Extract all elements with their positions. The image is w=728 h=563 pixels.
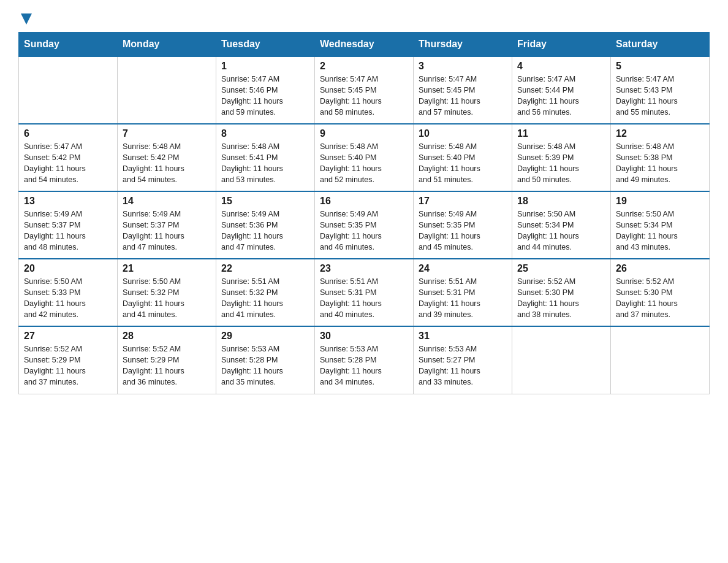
day-info: Sunrise: 5:47 AMSunset: 5:46 PMDaylight:… (221, 74, 309, 118)
day-number: 21 (123, 263, 211, 274)
calendar-cell: 18Sunrise: 5:50 AMSunset: 5:34 PMDayligh… (512, 191, 611, 259)
logo-arrow-icon (20, 12, 33, 26)
day-number: 14 (123, 196, 211, 207)
calendar-cell: 29Sunrise: 5:53 AMSunset: 5:28 PMDayligh… (216, 326, 315, 394)
calendar-cell: 8Sunrise: 5:48 AMSunset: 5:41 PMDaylight… (216, 124, 315, 191)
calendar-cell (19, 56, 118, 124)
day-number: 6 (24, 128, 112, 139)
day-number: 18 (517, 196, 605, 207)
day-number: 31 (419, 331, 507, 342)
day-number: 15 (221, 196, 309, 207)
day-number: 24 (419, 263, 507, 274)
day-info: Sunrise: 5:50 AMSunset: 5:34 PMDaylight:… (517, 209, 605, 253)
day-info: Sunrise: 5:50 AMSunset: 5:34 PMDaylight:… (616, 209, 704, 253)
calendar-cell: 3Sunrise: 5:47 AMSunset: 5:45 PMDaylight… (414, 56, 512, 124)
day-of-week-header: Thursday (414, 33, 512, 57)
day-number: 23 (320, 263, 408, 274)
calendar-cell: 9Sunrise: 5:48 AMSunset: 5:40 PMDaylight… (315, 124, 414, 191)
day-number: 4 (517, 61, 605, 72)
day-info: Sunrise: 5:52 AMSunset: 5:30 PMDaylight:… (517, 276, 605, 321)
day-of-week-header: Friday (512, 33, 611, 57)
day-info: Sunrise: 5:52 AMSunset: 5:29 PMDaylight:… (123, 343, 211, 388)
calendar-cell: 16Sunrise: 5:49 AMSunset: 5:35 PMDayligh… (315, 191, 414, 259)
calendar-cell: 21Sunrise: 5:50 AMSunset: 5:32 PMDayligh… (118, 259, 216, 326)
calendar-cell: 20Sunrise: 5:50 AMSunset: 5:33 PMDayligh… (19, 259, 118, 326)
day-info: Sunrise: 5:49 AMSunset: 5:35 PMDaylight:… (419, 209, 507, 253)
day-info: Sunrise: 5:52 AMSunset: 5:30 PMDaylight:… (616, 276, 704, 321)
calendar-cell: 7Sunrise: 5:48 AMSunset: 5:42 PMDaylight… (118, 124, 216, 191)
day-of-week-header: Monday (118, 33, 216, 57)
day-number: 10 (419, 128, 507, 139)
calendar-cell: 25Sunrise: 5:52 AMSunset: 5:30 PMDayligh… (512, 259, 611, 326)
logo (18, 12, 33, 26)
page-header (18, 12, 710, 26)
day-info: Sunrise: 5:49 AMSunset: 5:36 PMDaylight:… (221, 209, 309, 253)
day-number: 20 (24, 263, 112, 274)
calendar-table: SundayMondayTuesdayWednesdayThursdayFrid… (18, 32, 710, 394)
day-info: Sunrise: 5:49 AMSunset: 5:35 PMDaylight:… (320, 209, 408, 253)
day-info: Sunrise: 5:47 AMSunset: 5:44 PMDaylight:… (517, 74, 605, 118)
calendar-cell (512, 326, 611, 394)
calendar-cell: 31Sunrise: 5:53 AMSunset: 5:27 PMDayligh… (414, 326, 512, 394)
day-info: Sunrise: 5:47 AMSunset: 5:45 PMDaylight:… (320, 74, 408, 118)
day-number: 9 (320, 128, 408, 139)
week-row: 6Sunrise: 5:47 AMSunset: 5:42 PMDaylight… (19, 124, 710, 191)
day-of-week-header: Wednesday (315, 33, 414, 57)
day-info: Sunrise: 5:53 AMSunset: 5:28 PMDaylight:… (320, 343, 408, 388)
week-row: 27Sunrise: 5:52 AMSunset: 5:29 PMDayligh… (19, 326, 710, 394)
day-info: Sunrise: 5:48 AMSunset: 5:38 PMDaylight:… (616, 141, 704, 186)
calendar-cell: 28Sunrise: 5:52 AMSunset: 5:29 PMDayligh… (118, 326, 216, 394)
day-number: 19 (616, 196, 704, 207)
calendar-cell: 4Sunrise: 5:47 AMSunset: 5:44 PMDaylight… (512, 56, 611, 124)
calendar-cell: 17Sunrise: 5:49 AMSunset: 5:35 PMDayligh… (414, 191, 512, 259)
calendar-cell: 6Sunrise: 5:47 AMSunset: 5:42 PMDaylight… (19, 124, 118, 191)
day-info: Sunrise: 5:48 AMSunset: 5:40 PMDaylight:… (419, 141, 507, 186)
calendar-cell: 13Sunrise: 5:49 AMSunset: 5:37 PMDayligh… (19, 191, 118, 259)
header-row: SundayMondayTuesdayWednesdayThursdayFrid… (19, 33, 710, 57)
day-of-week-header: Saturday (611, 33, 710, 57)
day-info: Sunrise: 5:48 AMSunset: 5:40 PMDaylight:… (320, 141, 408, 186)
calendar-cell: 14Sunrise: 5:49 AMSunset: 5:37 PMDayligh… (118, 191, 216, 259)
day-info: Sunrise: 5:51 AMSunset: 5:31 PMDaylight:… (320, 276, 408, 321)
day-of-week-header: Tuesday (216, 33, 315, 57)
day-number: 26 (616, 263, 704, 274)
calendar-cell: 30Sunrise: 5:53 AMSunset: 5:28 PMDayligh… (315, 326, 414, 394)
calendar-cell: 12Sunrise: 5:48 AMSunset: 5:38 PMDayligh… (611, 124, 710, 191)
day-number: 12 (616, 128, 704, 139)
day-number: 11 (517, 128, 605, 139)
calendar-cell: 10Sunrise: 5:48 AMSunset: 5:40 PMDayligh… (414, 124, 512, 191)
calendar-cell: 1Sunrise: 5:47 AMSunset: 5:46 PMDaylight… (216, 56, 315, 124)
day-number: 1 (221, 61, 309, 72)
day-info: Sunrise: 5:53 AMSunset: 5:27 PMDaylight:… (419, 343, 507, 388)
calendar-cell: 19Sunrise: 5:50 AMSunset: 5:34 PMDayligh… (611, 191, 710, 259)
calendar-cell: 24Sunrise: 5:51 AMSunset: 5:31 PMDayligh… (414, 259, 512, 326)
day-number: 5 (616, 61, 704, 72)
calendar-cell: 23Sunrise: 5:51 AMSunset: 5:31 PMDayligh… (315, 259, 414, 326)
calendar-cell: 15Sunrise: 5:49 AMSunset: 5:36 PMDayligh… (216, 191, 315, 259)
day-number: 16 (320, 196, 408, 207)
day-number: 22 (221, 263, 309, 274)
day-number: 28 (123, 331, 211, 342)
day-info: Sunrise: 5:47 AMSunset: 5:43 PMDaylight:… (616, 74, 704, 118)
day-info: Sunrise: 5:48 AMSunset: 5:42 PMDaylight:… (123, 141, 211, 186)
day-info: Sunrise: 5:47 AMSunset: 5:42 PMDaylight:… (24, 141, 112, 186)
calendar-cell: 27Sunrise: 5:52 AMSunset: 5:29 PMDayligh… (19, 326, 118, 394)
day-info: Sunrise: 5:51 AMSunset: 5:32 PMDaylight:… (221, 276, 309, 321)
day-number: 7 (123, 128, 211, 139)
day-number: 27 (24, 331, 112, 342)
day-info: Sunrise: 5:50 AMSunset: 5:32 PMDaylight:… (123, 276, 211, 321)
week-row: 1Sunrise: 5:47 AMSunset: 5:46 PMDaylight… (19, 56, 710, 124)
day-info: Sunrise: 5:52 AMSunset: 5:29 PMDaylight:… (24, 343, 112, 388)
day-info: Sunrise: 5:50 AMSunset: 5:33 PMDaylight:… (24, 276, 112, 321)
day-number: 3 (419, 61, 507, 72)
week-row: 20Sunrise: 5:50 AMSunset: 5:33 PMDayligh… (19, 259, 710, 326)
day-info: Sunrise: 5:49 AMSunset: 5:37 PMDaylight:… (123, 209, 211, 253)
calendar-cell: 5Sunrise: 5:47 AMSunset: 5:43 PMDaylight… (611, 56, 710, 124)
day-number: 13 (24, 196, 112, 207)
day-number: 2 (320, 61, 408, 72)
day-number: 30 (320, 331, 408, 342)
calendar-cell: 2Sunrise: 5:47 AMSunset: 5:45 PMDaylight… (315, 56, 414, 124)
svg-marker-0 (21, 13, 32, 25)
calendar-cell (118, 56, 216, 124)
calendar-cell (611, 326, 710, 394)
